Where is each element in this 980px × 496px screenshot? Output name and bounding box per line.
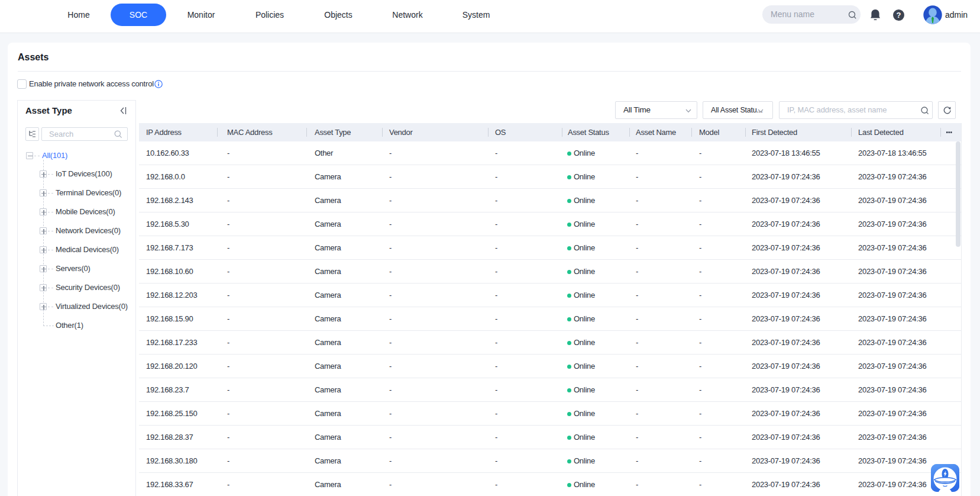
svg-text:?: ? (897, 11, 901, 20)
